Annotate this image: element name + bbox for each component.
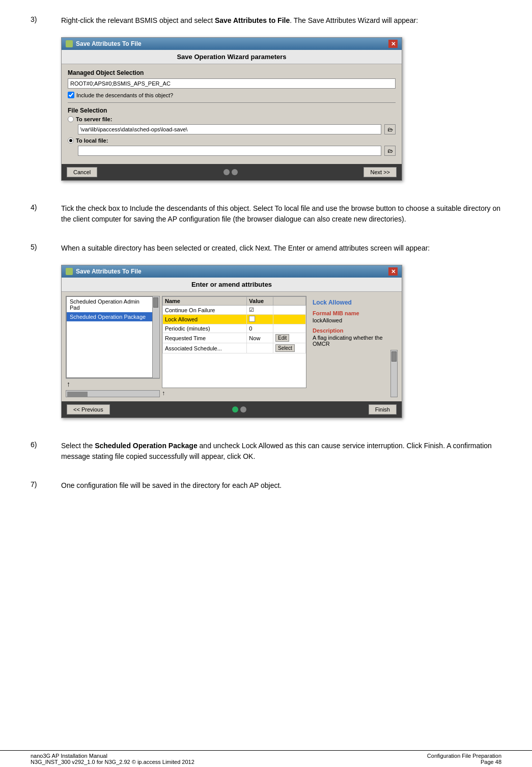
row-periodic-value: 0	[247, 324, 273, 333]
dialog2-center: Name Value Continue On Failure	[162, 296, 306, 397]
step-body-3: Right-click the relevant BSMIS object an…	[61, 15, 501, 191]
dialog1-radio1-label: To server file:	[76, 116, 112, 122]
dialog1-footer: Cancel Next >>	[62, 164, 402, 180]
dialog2-title: Save Attributes To File	[76, 268, 142, 275]
row-periodic-name: Periodic (minutes)	[163, 324, 247, 333]
rp-mib-value: lockAllowed	[313, 317, 396, 323]
dialog1-cancel-button[interactable]: Cancel	[67, 167, 97, 177]
dialog1-server-path-field[interactable]	[78, 124, 381, 134]
dialog2-close-button[interactable]: ✕	[388, 267, 398, 276]
rp-formal-mib-label: Formal MIB name	[313, 310, 396, 316]
dialog1-section1-label: Managed Object Selection	[68, 69, 396, 76]
step-body-4: Tick the check box to Include the descen…	[61, 203, 501, 231]
left-nav-arrow: ↑	[67, 380, 70, 388]
dialog2-right-panel: Lock Allowed Formal MIB name lockAllowed…	[309, 296, 400, 350]
col-name-header: Name	[163, 297, 247, 306]
table-row: Continue On Failure ☑	[163, 306, 306, 315]
left-panel-item-admin-pad[interactable]: Scheduled Operation Admin Pad	[67, 297, 152, 312]
dialog1-traffic-lights	[223, 169, 238, 175]
dialog2-footer: << Previous Finish	[62, 401, 402, 418]
center-bottom-nav: ↑	[162, 389, 306, 397]
dialog1-icon	[66, 40, 73, 47]
step-5-text: When a suitable directory has been selec…	[61, 243, 501, 254]
row-schedule-action: Select	[273, 343, 305, 353]
row-periodic-action	[273, 324, 305, 333]
dialog2-inner: Scheduled Operation Admin Pad Scheduled …	[62, 292, 402, 401]
footer-left: nano3G AP Installation Manual N3G_INST_3…	[31, 753, 194, 765]
row-continue-value: ☑	[247, 306, 273, 315]
step-number-4: 4)	[31, 203, 61, 211]
table-row: Lock Allowed	[163, 315, 306, 324]
dialog2-left-panel-wrapper: Scheduled Operation Admin Pad Scheduled …	[66, 296, 160, 378]
step-body-5: When a suitable directory has been selec…	[61, 243, 501, 428]
dialog2-header: Enter or amend attributes	[62, 278, 402, 292]
dialog1-managed-object-row	[68, 78, 396, 89]
right-scrollbar[interactable]	[390, 350, 398, 397]
tl-gray-3	[240, 406, 246, 413]
dialog1-section2-label: File Selection	[68, 107, 396, 114]
dialog1-managed-object-field[interactable]	[68, 78, 396, 89]
footer-left-1: nano3G AP Installation Manual	[31, 753, 194, 759]
dialog2-left-panel: Scheduled Operation Admin Pad Scheduled …	[66, 296, 153, 378]
step-6-bold: Scheduled Operation Package	[95, 442, 198, 450]
tl-gray-1	[223, 169, 230, 175]
step-7-text: One configuration file will be saved in …	[61, 480, 501, 491]
row-requested-value: Now	[247, 333, 273, 343]
table-row: Periodic (minutes) 0	[163, 324, 306, 333]
dialog1-titlebar: Save Attributes To File ✕	[62, 38, 402, 50]
dialog1-divider	[68, 102, 396, 103]
step-number-5: 5)	[31, 243, 61, 251]
dialog1-checkbox-label: Include the descendants of this object?	[76, 92, 173, 98]
dialog2-title-left: Save Attributes To File	[66, 268, 142, 275]
page-footer: nano3G AP Installation Manual N3G_INST_3…	[0, 750, 532, 767]
dialog2-wrapper: Save Attributes To File ✕ Enter or amend…	[61, 265, 402, 418]
step-5: 5) When a suitable directory has been se…	[31, 243, 501, 428]
table-row: Requested Time Now Edit	[163, 333, 306, 343]
dialog1-radio2[interactable]	[68, 138, 74, 144]
dialog2-finish-button[interactable]: Finish	[369, 404, 397, 415]
select-button[interactable]: Select	[275, 344, 295, 352]
step-4: 4) Tick the check box to Include the des…	[31, 203, 501, 231]
tl-gray-2	[232, 169, 238, 175]
step-body-7: One configuration file will be saved in …	[61, 480, 501, 497]
left-panel-item-package[interactable]: Scheduled Operation Package	[67, 312, 152, 321]
row-continue-action	[273, 306, 305, 315]
rp-title: Lock Allowed	[313, 299, 396, 306]
dialog1-close-button[interactable]: ✕	[388, 40, 398, 48]
dialog1-radio1-row: To server file:	[68, 116, 396, 122]
dialog1-radio2-row: To local file:	[68, 138, 396, 144]
dialog1-radio2-label: To local file:	[76, 138, 108, 144]
dialog1-radio1[interactable]	[68, 116, 74, 122]
dialog1-server-browse-button[interactable]: 🗁	[384, 124, 396, 134]
dialog2-traffic-lights	[232, 406, 246, 413]
row-lock-action	[273, 315, 305, 324]
left-panel-scrollbar[interactable]	[153, 296, 159, 378]
left-hscrollbar[interactable]	[66, 390, 160, 397]
dialog2-prev-button[interactable]: << Previous	[67, 404, 110, 415]
step-4-text: Tick the check box to Include the descen…	[61, 203, 501, 225]
table-row: Associated Schedule... Select	[163, 343, 306, 353]
step-3: 3) Right-click the relevant BSMIS object…	[31, 15, 501, 191]
dialog2-left-column: Scheduled Operation Admin Pad Scheduled …	[66, 296, 160, 397]
dialog1-checkbox[interactable]	[68, 92, 74, 98]
row-schedule-value	[247, 343, 273, 353]
dialog2-icon	[66, 268, 73, 275]
dialog1-next-button[interactable]: Next >>	[363, 167, 397, 177]
footer-left-2: N3G_INST_300 v292_1.0 for N3G_2.92 © ip.…	[31, 759, 194, 765]
dialog2-titlebar: Save Attributes To File ✕	[62, 265, 402, 278]
row-requested-action: Edit	[273, 333, 305, 343]
step-3-text2: . The Save Attributes Wizard will appear…	[290, 16, 418, 24]
step-6-text: Select the Scheduled Operation Package a…	[61, 441, 501, 462]
edit-button[interactable]: Edit	[275, 334, 289, 342]
rp-desc-value: A flag indicating whether the OMCR	[313, 335, 396, 347]
dialog2: Save Attributes To File ✕ Enter or amend…	[61, 265, 402, 418]
left-scroll-thumb	[153, 297, 158, 308]
dialog1-local-path-row: 🗁	[68, 146, 396, 156]
footer-right-1: Configuration File Preparation	[427, 753, 501, 759]
dialog1-local-browse-button[interactable]: 🗁	[384, 146, 396, 156]
step-3-bold: Save Attributes to File	[215, 16, 290, 24]
left-hscroll-thumb	[67, 392, 88, 397]
dialog1-body: Managed Object Selection Include the des…	[62, 64, 402, 164]
dialog1: Save Attributes To File ✕ Save Operation…	[61, 37, 402, 181]
dialog1-local-path-field[interactable]	[78, 146, 381, 156]
